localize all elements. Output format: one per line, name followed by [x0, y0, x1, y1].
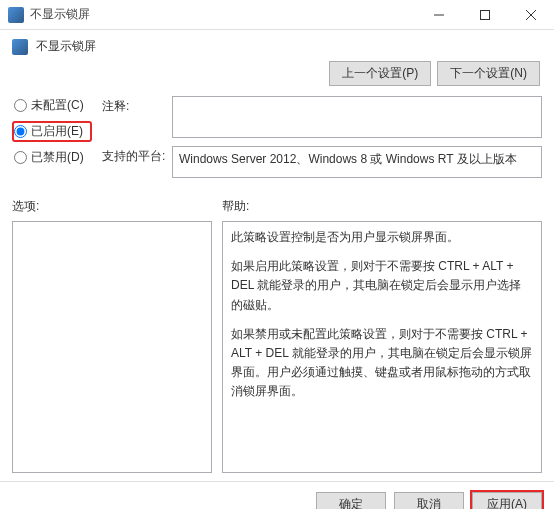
radio-disabled[interactable]: 已禁用(D)	[12, 148, 92, 167]
radio-unconfigured[interactable]: 未配置(C)	[12, 96, 92, 115]
help-paragraph: 此策略设置控制是否为用户显示锁屏界面。	[231, 228, 533, 247]
radio-disabled-label: 已禁用(D)	[31, 149, 84, 166]
help-paragraph: 如果禁用或未配置此策略设置，则对于不需要按 CTRL + ALT + DEL 就…	[231, 325, 533, 402]
titlebar: 不显示锁屏	[0, 0, 554, 30]
ok-button[interactable]: 确定	[316, 492, 386, 509]
comment-label: 注释:	[102, 96, 172, 115]
platform-label: 支持的平台:	[102, 146, 172, 165]
options-box[interactable]	[12, 221, 212, 473]
dialog-footer: 确定 取消 应用(A)	[0, 481, 554, 509]
maximize-button[interactable]	[462, 0, 508, 30]
window-controls	[416, 0, 554, 30]
help-label: 帮助:	[222, 198, 542, 215]
radio-enabled[interactable]: 已启用(E)	[12, 121, 92, 142]
apply-button[interactable]: 应用(A)	[472, 492, 542, 509]
options-label: 选项:	[12, 198, 212, 215]
prev-setting-button[interactable]: 上一个设置(P)	[329, 61, 431, 86]
help-paragraph: 如果启用此策略设置，则对于不需要按 CTRL + ALT + DEL 就能登录的…	[231, 257, 533, 315]
svg-rect-1	[481, 10, 490, 19]
radio-disabled-input[interactable]	[14, 151, 27, 164]
nav-buttons: 上一个设置(P) 下一个设置(N)	[12, 61, 542, 86]
next-setting-button[interactable]: 下一个设置(N)	[437, 61, 540, 86]
platform-text: Windows Server 2012、Windows 8 或 Windows …	[172, 146, 542, 178]
comment-textarea[interactable]	[172, 96, 542, 138]
radio-unconfigured-input[interactable]	[14, 99, 27, 112]
state-radio-group: 未配置(C) 已启用(E) 已禁用(D)	[12, 96, 92, 167]
dialog-title: 不显示锁屏	[36, 38, 96, 55]
policy-icon	[12, 39, 28, 55]
radio-unconfigured-label: 未配置(C)	[31, 97, 84, 114]
radio-enabled-label: 已启用(E)	[31, 123, 83, 140]
minimize-button[interactable]	[416, 0, 462, 30]
dialog-header: 不显示锁屏	[12, 38, 542, 55]
cancel-button[interactable]: 取消	[394, 492, 464, 509]
app-icon	[8, 7, 24, 23]
help-box[interactable]: 此策略设置控制是否为用户显示锁屏界面。 如果启用此策略设置，则对于不需要按 CT…	[222, 221, 542, 473]
window-title: 不显示锁屏	[30, 6, 416, 23]
close-button[interactable]	[508, 0, 554, 30]
radio-enabled-input[interactable]	[14, 125, 27, 138]
